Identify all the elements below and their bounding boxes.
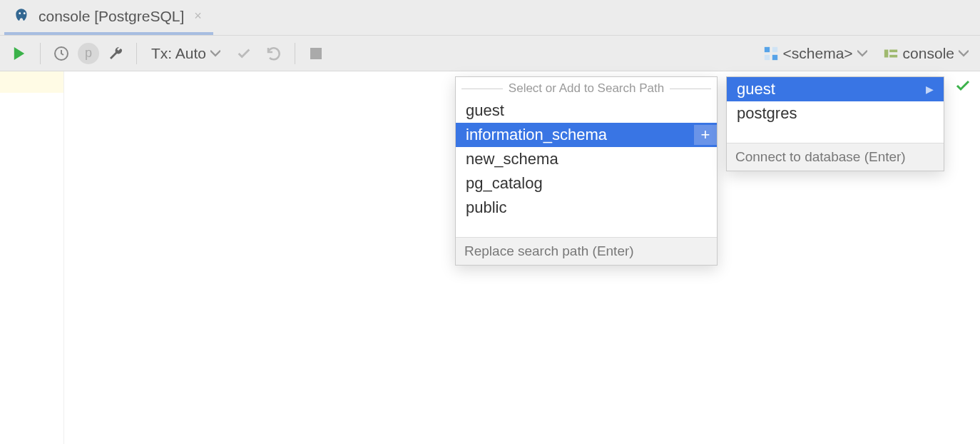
toolbar: p Tx: Auto <schema> con — [0, 36, 980, 71]
database-item[interactable]: postgres — [727, 101, 944, 126]
tab-label: console [PostgreSQL] — [39, 8, 184, 25]
add-icon[interactable]: + — [694, 125, 717, 145]
schema-icon — [763, 46, 779, 61]
rollback-button[interactable] — [260, 40, 287, 67]
schema-list: guest information_schema + new_schema pg… — [456, 99, 717, 237]
svg-rect-9 — [889, 49, 897, 52]
tab-console[interactable]: console [PostgreSQL] × — [4, 0, 213, 35]
schema-item-label: public — [466, 198, 506, 217]
console-selector[interactable]: console — [877, 45, 974, 62]
svg-rect-4 — [764, 46, 769, 51]
toolbar-separator — [295, 43, 295, 64]
spacer — [456, 220, 717, 237]
history-icon[interactable] — [48, 40, 75, 67]
chevron-right-icon: ▶ — [926, 84, 934, 95]
schema-item[interactable]: information_schema + — [456, 123, 717, 147]
popup-footer: Connect to database (Enter) — [727, 143, 944, 171]
svg-rect-10 — [889, 54, 897, 57]
database-item-label: guest — [737, 80, 775, 99]
database-item[interactable]: guest ▶ — [727, 77, 944, 101]
explain-plan-button[interactable]: p — [78, 43, 99, 64]
postgresql-icon — [13, 7, 31, 26]
chevron-down-icon — [210, 49, 220, 59]
popup-header: Select or Add to Search Path — [456, 77, 717, 99]
svg-rect-6 — [764, 54, 769, 59]
schema-label: <schema> — [783, 45, 853, 62]
svg-rect-3 — [310, 48, 322, 59]
console-label: console — [903, 45, 954, 62]
toolbar-separator — [136, 43, 137, 64]
schema-selector[interactable]: <schema> — [757, 45, 873, 62]
popup-footer: Replace search path (Enter) — [456, 237, 717, 265]
database-list: guest ▶ postgres — [727, 77, 944, 143]
schema-item-label: new_schema — [466, 150, 558, 168]
stop-button[interactable] — [302, 40, 330, 67]
console-icon — [883, 46, 899, 61]
spacer — [727, 126, 944, 143]
database-item-label: postgres — [737, 104, 797, 123]
svg-rect-5 — [772, 46, 777, 51]
toolbar-separator — [40, 43, 41, 64]
run-button[interactable] — [6, 40, 33, 67]
chevron-down-icon — [857, 49, 867, 59]
schema-item[interactable]: new_schema — [456, 147, 717, 171]
active-line-marker — [0, 71, 63, 93]
svg-point-1 — [24, 12, 26, 14]
schema-item-label: pg_catalog — [466, 174, 543, 193]
analysis-ok-icon — [954, 77, 971, 94]
close-icon[interactable]: × — [194, 9, 202, 24]
svg-rect-7 — [772, 54, 777, 59]
schema-item[interactable]: pg_catalog — [456, 171, 717, 196]
tx-mode-select[interactable]: Tx: Auto — [144, 45, 228, 62]
schema-item[interactable]: public — [456, 196, 717, 220]
gutter — [0, 71, 64, 444]
schema-item-label: guest — [466, 101, 504, 120]
commit-button[interactable] — [230, 40, 257, 67]
database-popup: guest ▶ postgres Connect to database (En… — [726, 76, 944, 171]
schema-popup: Select or Add to Search Path guest infor… — [455, 76, 718, 266]
tab-bar: console [PostgreSQL] × — [0, 0, 980, 36]
popup-title: Select or Add to Search Path — [509, 81, 664, 96]
svg-point-0 — [19, 12, 21, 14]
schema-item-label: information_schema — [466, 126, 607, 144]
chevron-down-icon — [959, 49, 969, 59]
schema-item[interactable]: guest — [456, 99, 717, 123]
svg-rect-8 — [884, 49, 888, 57]
tx-mode-label: Tx: Auto — [151, 45, 206, 62]
wrench-icon[interactable] — [102, 40, 129, 67]
